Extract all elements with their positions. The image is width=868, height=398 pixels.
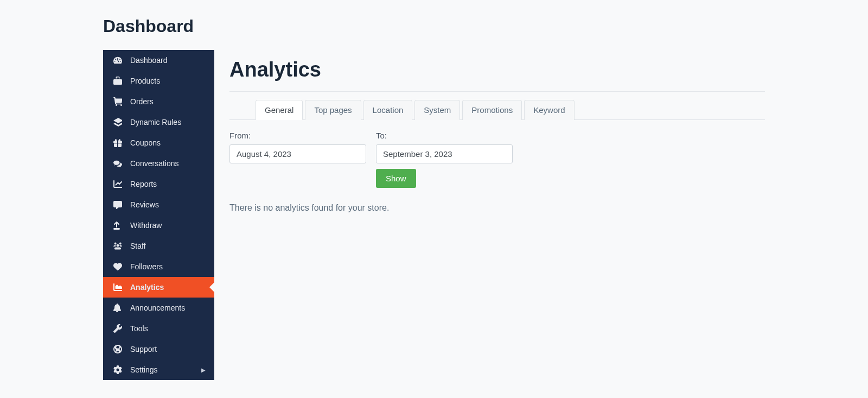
sidebar-item-reports[interactable]: Reports [103, 174, 214, 194]
users-icon [112, 242, 124, 250]
tab-promotions[interactable]: Promotions [462, 100, 522, 120]
sidebar-item-label: Staff [130, 242, 146, 250]
sidebar-item-label: Conversations [130, 159, 179, 168]
sidebar-nav: DashboardProductsOrdersDynamic RulesCoup… [103, 50, 214, 380]
sidebar-item-reviews[interactable]: Reviews [103, 194, 214, 215]
sidebar-item-label: Withdraw [130, 221, 162, 230]
sidebar-item-label: Support [130, 345, 157, 353]
to-field-group: To: Show [376, 131, 513, 188]
chat-icon [112, 159, 124, 168]
analytics-tabs: GeneralTop pagesLocationSystemPromotions… [229, 99, 765, 120]
chevron-right-icon: ▶ [201, 367, 206, 373]
sidebar-item-dynamic-rules[interactable]: Dynamic Rules [103, 112, 214, 132]
sidebar-item-label: Settings [130, 365, 158, 374]
sidebar-item-label: Reviews [130, 200, 159, 209]
sidebar-item-label: Followers [130, 262, 163, 271]
main-content: Analytics GeneralTop pagesLocationSystem… [214, 50, 765, 213]
sidebar-item-announcements[interactable]: Announcements [103, 298, 214, 318]
sidebar-item-coupons[interactable]: Coupons [103, 132, 214, 153]
chart-line-icon [112, 180, 124, 188]
gauge-icon [112, 56, 124, 65]
show-button[interactable]: Show [376, 169, 416, 188]
sidebar-item-support[interactable]: Support [103, 339, 214, 359]
page-title: Dashboard [103, 16, 765, 36]
sidebar-item-label: Reports [130, 180, 157, 188]
sidebar-item-analytics[interactable]: Analytics [103, 277, 214, 298]
cart-icon [112, 97, 124, 106]
to-date-input[interactable] [376, 144, 513, 163]
sidebar-item-label: Dynamic Rules [130, 118, 181, 127]
sidebar-item-withdraw[interactable]: Withdraw [103, 215, 214, 236]
sidebar-item-products[interactable]: Products [103, 71, 214, 91]
briefcase-icon [112, 77, 124, 85]
sidebar-item-staff[interactable]: Staff [103, 236, 214, 256]
heart-icon [112, 262, 124, 271]
tab-top-pages[interactable]: Top pages [305, 100, 361, 120]
sidebar-item-tools[interactable]: Tools [103, 318, 214, 339]
gear-icon [112, 365, 124, 374]
sidebar-item-label: Announcements [130, 304, 185, 312]
gift-icon [112, 138, 124, 147]
bell-icon [112, 304, 124, 312]
life-ring-icon [112, 345, 124, 353]
wrench-icon [112, 324, 124, 333]
tab-location[interactable]: Location [363, 100, 413, 120]
chart-area-icon [112, 283, 124, 292]
sidebar-item-conversations[interactable]: Conversations [103, 153, 214, 174]
analytics-heading: Analytics [229, 58, 765, 81]
sidebar-item-followers[interactable]: Followers [103, 256, 214, 277]
layers-icon [112, 118, 124, 127]
sidebar-item-label: Dashboard [130, 56, 168, 65]
sidebar-item-orders[interactable]: Orders [103, 91, 214, 112]
sidebar-item-dashboard[interactable]: Dashboard [103, 50, 214, 71]
tab-keyword[interactable]: Keyword [524, 100, 574, 120]
sidebar-item-settings[interactable]: Settings▶ [103, 359, 214, 380]
review-icon [112, 200, 124, 209]
tab-general[interactable]: General [256, 100, 303, 120]
divider [229, 91, 765, 92]
empty-state-message: There is no analytics found for your sto… [229, 203, 765, 213]
sidebar-item-label: Analytics [130, 283, 164, 292]
sidebar-item-label: Tools [130, 324, 148, 333]
from-date-input[interactable] [229, 144, 366, 163]
sidebar-item-label: Products [130, 77, 160, 85]
upload-icon [112, 221, 124, 230]
tab-system[interactable]: System [414, 100, 460, 120]
date-filters: From: To: Show [229, 131, 765, 188]
sidebar-item-label: Orders [130, 97, 154, 106]
sidebar-item-label: Coupons [130, 138, 161, 147]
from-label: From: [229, 131, 366, 140]
from-field-group: From: [229, 131, 366, 188]
to-label: To: [376, 131, 513, 140]
